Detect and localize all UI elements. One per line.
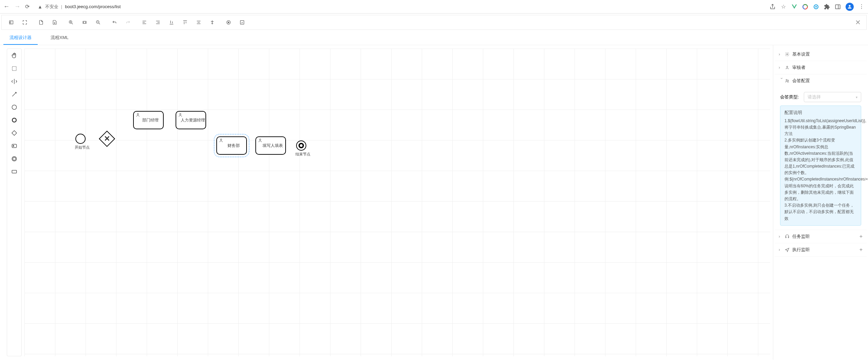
gateway-icon[interactable] (10, 128, 19, 138)
lasso-tool-icon[interactable] (10, 64, 19, 73)
plus-icon[interactable]: + (860, 247, 863, 253)
acc-label: 执行监听 (792, 247, 810, 253)
space-tool-icon[interactable] (10, 77, 19, 86)
more-icon[interactable]: ⋮ (858, 4, 865, 10)
not-secure-icon: ▲ (38, 4, 42, 10)
profile-avatar[interactable] (846, 3, 854, 11)
align-hcenter-icon[interactable] (192, 18, 205, 27)
desc-title: 配置说明 (784, 109, 857, 116)
svg-rect-5 (835, 5, 840, 9)
extensions-icon[interactable] (824, 4, 830, 10)
url-bar[interactable]: ▲ 不安全 | boot3.jeecg.com/process/list (34, 4, 121, 10)
end-event-label: 结束节点 (295, 152, 310, 157)
share-icon[interactable] (770, 4, 776, 10)
acc-countersign[interactable]: › 会签配置 (775, 74, 867, 87)
tab-xml[interactable]: 流程XML (44, 31, 75, 45)
file-download-icon[interactable] (48, 18, 61, 27)
acc-exec-listener[interactable]: › 执行监听 + (775, 243, 867, 256)
tab-designer[interactable]: 流程设计器 (3, 31, 38, 45)
plus-icon[interactable]: + (860, 233, 863, 240)
svg-point-4 (815, 6, 817, 7)
chrome-actions: ☆ ⋮ (770, 3, 865, 11)
send-icon (785, 247, 791, 252)
acc-task-listener[interactable]: › 任务监听 + (775, 230, 867, 243)
people-icon (785, 78, 791, 83)
zoom-out-icon[interactable] (92, 18, 105, 27)
start-event[interactable] (75, 134, 86, 144)
user-task-icon[interactable] (10, 141, 19, 151)
svg-rect-62 (788, 236, 789, 238)
file-new-icon[interactable] (35, 18, 48, 27)
acc-approver[interactable]: › 审核者 (775, 61, 867, 74)
chevron-right-icon: › (779, 65, 785, 70)
svg-rect-61 (785, 236, 786, 238)
end-event-icon[interactable] (10, 115, 19, 125)
browser-chrome-bar: ← → ⟳ ▲ 不安全 | boot3.jeecg.com/process/li… (0, 0, 868, 14)
play-icon[interactable] (222, 18, 235, 27)
chevron-down-icon: › (779, 78, 784, 84)
zoom-fit-icon[interactable] (78, 18, 91, 27)
config-description: 配置说明 1.${flowUtil.stringToList(assigneeU… (780, 106, 861, 226)
start-event-icon[interactable] (10, 102, 19, 112)
svg-line-11 (72, 23, 73, 24)
url-text: boot3.jeecg.com/process/list (65, 4, 121, 9)
align-right-icon[interactable] (151, 18, 164, 27)
circle-extension-icon[interactable] (813, 4, 819, 10)
google-extension-icon[interactable] (802, 4, 808, 10)
task-label: 人力资源经理 (181, 117, 205, 123)
svg-point-54 (180, 113, 181, 115)
task-label: 财务部 (228, 143, 240, 149)
save-icon[interactable] (236, 18, 249, 27)
acc-basic-settings[interactable]: › 基本设置 (775, 48, 867, 61)
align-left-icon[interactable] (138, 18, 151, 27)
svg-rect-42 (12, 131, 17, 135)
chevron-right-icon: › (779, 52, 785, 57)
align-vcenter-icon[interactable] (206, 18, 219, 27)
nav-arrows: ← → (3, 3, 20, 10)
acc-label: 任务监听 (792, 233, 810, 240)
refresh-icon[interactable]: ⟳ (25, 3, 30, 10)
svg-point-41 (12, 118, 16, 122)
svg-rect-8 (10, 21, 13, 24)
svg-point-55 (220, 139, 222, 140)
svg-point-46 (13, 157, 16, 160)
gear-icon (785, 52, 791, 57)
zoom-in-icon[interactable] (65, 18, 77, 27)
tabs: 流程设计器 流程XML (0, 31, 868, 45)
person-icon (785, 65, 791, 70)
panel-icon[interactable] (835, 4, 841, 10)
forward-icon: → (14, 3, 20, 10)
intermediate-event-icon[interactable] (10, 154, 19, 164)
cs-type-select[interactable]: 请选择 ▾ (804, 92, 861, 102)
acc-countersign-body: 会签类型: 请选择 ▾ 配置说明 1.${flowUtil.stringToLi… (775, 87, 867, 230)
star-icon[interactable]: ☆ (780, 4, 786, 10)
undo-icon[interactable] (108, 18, 121, 27)
align-bottom-icon[interactable] (165, 18, 178, 27)
task-finance[interactable]: 财务部 (216, 136, 247, 155)
close-icon[interactable]: ✕ (852, 18, 864, 26)
select-placeholder: 请选择 (808, 94, 821, 100)
connect-tool-icon[interactable] (10, 90, 19, 99)
subprocess-icon[interactable] (10, 167, 19, 176)
toggle-panel-icon[interactable] (5, 18, 18, 27)
vue-extension-icon[interactable] (791, 4, 797, 10)
chevron-down-icon: ▾ (856, 95, 857, 99)
end-event[interactable] (296, 140, 306, 151)
task-fill-form[interactable]: 填写人填表 (255, 136, 286, 155)
fullscreen-icon[interactable] (18, 18, 31, 27)
gateway-exclusive[interactable]: ✕ (99, 131, 115, 147)
svg-rect-38 (12, 67, 16, 71)
task-hr-manager[interactable]: 人力资源经理 (176, 111, 206, 129)
bpmn-canvas[interactable]: 开始节点 ✕ 部门经理 人力资源经理 财务部 填写人填表 结束节点 (24, 49, 770, 356)
back-icon[interactable]: ← (3, 3, 10, 10)
redo-icon (122, 18, 134, 27)
svg-rect-47 (12, 170, 16, 173)
svg-line-16 (99, 23, 100, 24)
hand-tool-icon[interactable] (10, 51, 19, 60)
svg-point-53 (137, 113, 139, 115)
start-event-label: 开始节点 (75, 145, 90, 150)
svg-point-59 (786, 79, 788, 81)
task-dept-manager[interactable]: 部门经理 (133, 111, 164, 129)
not-secure-text: 不安全 (45, 4, 58, 10)
align-top-icon[interactable] (179, 18, 192, 27)
